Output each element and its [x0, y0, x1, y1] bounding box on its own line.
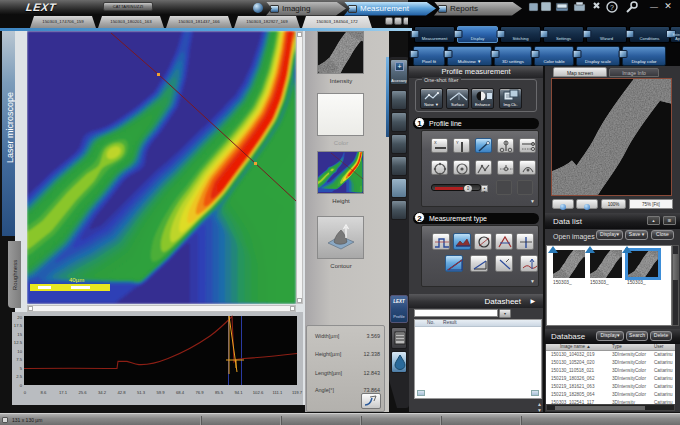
- svg-text:111.1: 111.1: [273, 390, 284, 395]
- svg-text:102.6: 102.6: [253, 390, 264, 395]
- svg-text:68.4: 68.4: [176, 390, 185, 395]
- svg-text:0: 0: [24, 390, 27, 395]
- svg-text:17.1: 17.1: [59, 390, 68, 395]
- svg-text:119.7: 119.7: [292, 390, 303, 395]
- svg-text:34.2: 34.2: [98, 390, 107, 395]
- svg-text:40µm: 40µm: [69, 277, 84, 283]
- svg-text:15: 15: [17, 332, 22, 337]
- svg-text:51.3: 51.3: [137, 390, 146, 395]
- svg-text:?: ?: [610, 4, 614, 11]
- svg-text:17.5: 17.5: [14, 323, 23, 328]
- svg-text:2.5: 2.5: [16, 374, 22, 379]
- svg-text:42.8: 42.8: [117, 390, 126, 395]
- svg-text:76.9: 76.9: [195, 390, 204, 395]
- svg-text:Y: Y: [456, 140, 459, 145]
- svg-text:0: 0: [20, 383, 23, 388]
- svg-text:8.6: 8.6: [41, 390, 47, 395]
- svg-text:20: 20: [17, 315, 22, 320]
- svg-text:25.6: 25.6: [78, 390, 87, 395]
- svg-text:10: 10: [17, 349, 22, 354]
- svg-text:5: 5: [20, 366, 23, 371]
- svg-text:12.5: 12.5: [14, 340, 23, 345]
- svg-text:7.5: 7.5: [16, 357, 22, 362]
- svg-text:X: X: [434, 140, 437, 145]
- svg-text:94.1: 94.1: [234, 390, 243, 395]
- svg-text:85.5: 85.5: [215, 390, 224, 395]
- svg-text:59.9: 59.9: [156, 390, 165, 395]
